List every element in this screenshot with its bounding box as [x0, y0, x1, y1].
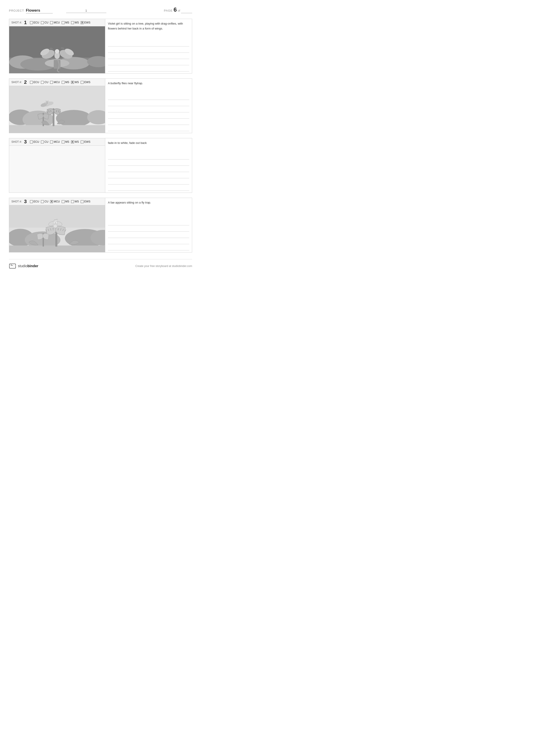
shot-checkboxes: ECU CU MCU MS X WS EWS — [30, 140, 90, 143]
checkbox-ecu[interactable]: ECU — [30, 21, 39, 24]
shot-right-shot-2: A butterfly flies near flytrap. — [105, 79, 192, 133]
checkbox-label-mcu: MCU — [54, 81, 60, 84]
checkbox-cu[interactable]: CU — [41, 21, 48, 24]
shot-checkboxes: ECU CU MCU MS WS X EWS — [30, 21, 90, 24]
shot-header-shot-2: SHOT #: 2 ECU CU MCU MS X WS — [9, 79, 105, 86]
note-line-1 — [108, 225, 189, 232]
svg-point-22 — [56, 110, 92, 127]
checkbox-ecu[interactable]: ECU — [30, 200, 39, 203]
checkbox-box-ws[interactable]: X — [71, 81, 74, 84]
checkbox-box-ws[interactable]: X — [71, 140, 74, 143]
checkbox-box-ms[interactable] — [62, 200, 65, 203]
checkbox-label-ews: EWS — [84, 21, 90, 24]
checkbox-box-ews[interactable]: X — [81, 21, 84, 24]
checkbox-label-ws: WS — [75, 200, 79, 203]
checkbox-label-ews: EWS — [84, 200, 90, 203]
shot-number-value: 2 — [24, 80, 27, 85]
checkbox-label-cu: CU — [44, 81, 48, 84]
checkbox-ews[interactable]: EWS — [81, 140, 90, 143]
checkbox-label-ews: EWS — [84, 81, 90, 84]
checkbox-cu[interactable]: CU — [41, 140, 48, 143]
checkbox-box-cu[interactable] — [41, 140, 44, 143]
checkbox-mcu[interactable]: MCU — [50, 81, 60, 84]
checkbox-box-mcu[interactable] — [50, 140, 53, 143]
checkbox-ws[interactable]: X WS — [71, 81, 79, 84]
checkbox-ms[interactable]: MS — [62, 200, 69, 203]
page-header: PROJECT Flowers 1 PAGE 6 of — [9, 7, 192, 13]
checkbox-mcu[interactable]: MCU — [50, 140, 60, 143]
checkbox-box-mcu[interactable] — [50, 81, 53, 84]
checkbox-ws[interactable]: X WS — [71, 140, 79, 143]
footer-tagline: Create your free storyboard at studiobin… — [135, 265, 192, 268]
shot-header-shot-1: SHOT #: 1 ECU CU MCU MS WS X — [9, 19, 105, 26]
checkbox-ms[interactable]: MS — [62, 21, 69, 24]
shot-header-shot-3b: SHOT #: 3 ECU CU X MCU MS WS — [9, 198, 105, 205]
checkbox-label-ecu: ECU — [34, 21, 39, 24]
note-line-5 — [108, 125, 189, 131]
checkbox-box-ews[interactable] — [81, 200, 84, 203]
checkbox-ms[interactable]: MS — [62, 81, 69, 84]
of-label: of — [178, 9, 180, 12]
checkbox-box-ecu[interactable] — [30, 140, 33, 143]
checkbox-label-ecu: ECU — [34, 140, 39, 143]
checkbox-ews[interactable]: X EWS — [81, 21, 90, 24]
note-line-2 — [108, 232, 189, 238]
checkbox-label-ecu: ECU — [34, 81, 39, 84]
shot-number-label: SHOT #: — [11, 81, 22, 84]
shot-number-label: SHOT #: — [11, 140, 22, 143]
shot-notes-text-shot-3b: A fae appears sitting on a fly trap. — [108, 200, 189, 205]
note-line-4 — [108, 244, 189, 251]
checkbox-box-ms[interactable] — [62, 21, 65, 24]
checkbox-ws[interactable]: WS — [71, 200, 79, 203]
checkbox-ecu[interactable]: ECU — [30, 140, 39, 143]
checkbox-label-ws: WS — [75, 140, 79, 143]
shot-image-shot-3a — [9, 146, 105, 192]
shot-number-value: 3 — [24, 139, 27, 144]
checkbox-box-ecu[interactable] — [30, 81, 33, 84]
checkbox-label-ws: WS — [75, 81, 79, 84]
page-number: 6 — [174, 7, 177, 12]
footer-brand-text: studiobinder — [18, 264, 38, 268]
checkbox-cu[interactable]: CU — [41, 81, 48, 84]
checkbox-box-ews[interactable] — [81, 81, 84, 84]
page-footer: studiobinder Create your free storyboard… — [9, 259, 192, 270]
studiobinder-icon — [9, 263, 16, 270]
note-line-5 — [108, 184, 189, 191]
note-line-1 — [108, 100, 189, 106]
note-line-2 — [108, 53, 189, 59]
checkbox-box-ews[interactable] — [81, 140, 84, 143]
note-line-0 — [108, 219, 189, 225]
checkbox-box-ws[interactable] — [71, 21, 74, 24]
checkbox-box-ecu[interactable] — [30, 21, 33, 24]
checkbox-ews[interactable]: EWS — [81, 81, 90, 84]
checkbox-cu[interactable]: CU — [41, 200, 48, 203]
checkbox-box-cu[interactable] — [41, 81, 44, 84]
shot-right-shot-1: Violet girl is sitting on a tree, playin… — [105, 19, 192, 73]
checkbox-mcu[interactable]: MCU — [50, 21, 60, 24]
shot-row-shot-2: SHOT #: 2 ECU CU MCU MS X WS — [9, 78, 192, 133]
checkbox-box-cu[interactable] — [41, 21, 44, 24]
checkbox-mcu[interactable]: X MCU — [50, 200, 60, 203]
shot-number-value: 3 — [24, 199, 27, 204]
checkbox-box-ecu[interactable] — [30, 200, 33, 203]
checkbox-label-mcu: MCU — [54, 140, 60, 143]
note-line-4 — [108, 178, 189, 184]
checkbox-ecu[interactable]: ECU — [30, 81, 39, 84]
checkbox-box-mcu[interactable]: X — [50, 200, 53, 203]
checkbox-ms[interactable]: MS — [62, 140, 69, 143]
checkbox-box-cu[interactable] — [41, 200, 44, 203]
notes-lines-shot-2 — [108, 87, 189, 133]
checkbox-label-mcu: MCU — [54, 200, 60, 203]
note-line-0 — [108, 153, 189, 160]
note-line-4 — [108, 119, 189, 125]
checkbox-ws[interactable]: WS — [71, 21, 79, 24]
note-line-0 — [108, 40, 189, 46]
checkbox-ews[interactable]: EWS — [81, 200, 90, 203]
checkbox-box-ms[interactable] — [62, 140, 65, 143]
checkbox-box-ms[interactable] — [62, 81, 65, 84]
svg-rect-24 — [9, 125, 105, 133]
checkbox-box-mcu[interactable] — [50, 21, 53, 24]
note-line-1 — [108, 46, 189, 53]
project-label: PROJECT — [9, 9, 24, 12]
checkbox-box-ws[interactable] — [71, 200, 74, 203]
